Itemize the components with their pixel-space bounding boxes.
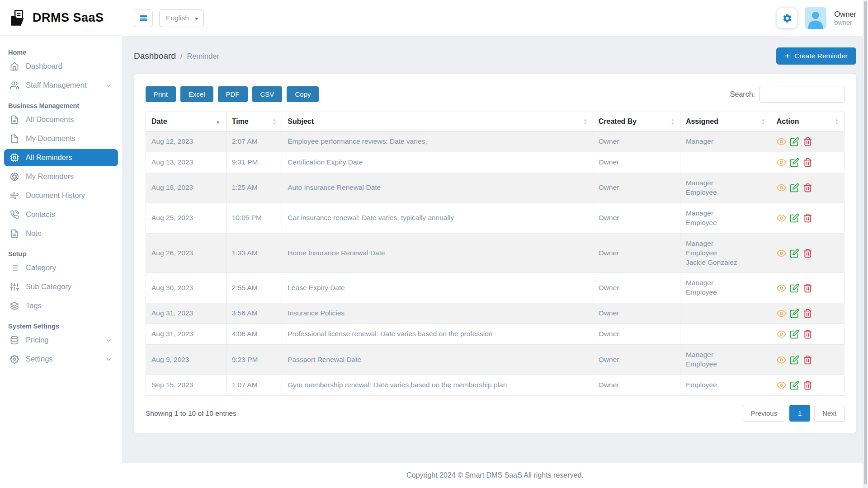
column-header-assigned[interactable]: Assigned▲▼ [680, 112, 771, 131]
sidebar-item-staff-management[interactable]: Staff Management [4, 77, 118, 94]
cell-date: Aug 30, 2023 [146, 273, 226, 303]
sidebar-item-dashboard[interactable]: Dashboard [4, 58, 118, 75]
column-label: Assigned [686, 117, 718, 126]
edit-button[interactable] [790, 355, 799, 365]
table-row: Aug 12, 20232:07 AMEmployee performance … [146, 131, 844, 152]
delete-button[interactable] [803, 309, 812, 318]
aperture-icon [10, 172, 19, 181]
list-icon [10, 263, 19, 272]
column-header-created-by[interactable]: Created By▲▼ [593, 112, 680, 131]
app-logo[interactable]: DRMS SaaS [0, 0, 122, 36]
view-button[interactable] [777, 355, 786, 365]
sidebar-item-tags[interactable]: Tags [4, 297, 118, 314]
export-pdf-button[interactable]: PDF [218, 86, 248, 102]
cell-action [771, 273, 844, 303]
chevron-down-icon [105, 82, 112, 89]
column-header-action[interactable]: Action▲▼ [771, 112, 844, 131]
view-button[interactable] [777, 329, 786, 339]
nav-section-system-settings: System Settings [8, 323, 114, 330]
sidebar-item-my-documents[interactable]: My Documents [4, 130, 118, 147]
previous-page-button[interactable]: Previous [743, 405, 785, 422]
create-reminder-button[interactable]: + Create Reminder [776, 47, 856, 65]
delete-button[interactable] [803, 355, 812, 365]
next-page-button[interactable]: Next [814, 405, 844, 422]
reminders-card: PrintExcelPDFCSVCopy Search: Date▲Time▲▼… [134, 74, 856, 433]
hamburger-menu-icon [140, 14, 147, 22]
delete-button[interactable] [803, 329, 812, 339]
cell-date: Aug 31, 2023 [146, 324, 226, 345]
eye-icon [777, 183, 786, 192]
trash-icon [803, 329, 812, 339]
scrollbar-thumb[interactable] [864, 1, 867, 484]
trash-icon [803, 213, 812, 223]
page-1-button[interactable]: 1 [789, 405, 810, 422]
delete-button[interactable] [803, 283, 812, 293]
edit-button[interactable] [790, 283, 799, 293]
sidebar-item-my-reminders[interactable]: My Reminders [4, 168, 118, 185]
sidebar-item-category[interactable]: Category [4, 259, 118, 277]
column-label: Action [777, 117, 799, 126]
language-selector-value: English [166, 14, 189, 22]
chevron-down-icon [195, 18, 198, 20]
export-excel-button[interactable]: Excel [180, 86, 213, 102]
sort-asc-icon: ▲ [216, 119, 221, 124]
edit-button[interactable] [790, 137, 799, 146]
sidebar-item-label: Dashboard [26, 62, 62, 71]
edit-button[interactable] [790, 249, 799, 258]
edit-button[interactable] [790, 329, 799, 339]
delete-button[interactable] [803, 380, 812, 390]
sidebar-toggle-button[interactable] [134, 9, 153, 27]
column-header-date[interactable]: Date▲ [146, 112, 226, 131]
breadcrumb-root[interactable]: Dashboard [134, 51, 176, 61]
search-box: Search: [730, 86, 844, 103]
settings-quick-button[interactable] [777, 8, 797, 28]
sidebar-item-sub-category[interactable]: Sub Category [4, 278, 118, 296]
gear-icon [782, 13, 793, 23]
gear-icon [10, 355, 19, 364]
column-label: Subject [288, 117, 314, 126]
column-header-time[interactable]: Time▲▼ [226, 112, 282, 131]
delete-button[interactable] [803, 183, 812, 192]
view-button[interactable] [777, 137, 786, 146]
edit-button[interactable] [790, 380, 799, 390]
sidebar: DRMS SaaS HomeDashboardStaff ManagementB… [0, 0, 122, 488]
nav-section-setup: Setup [8, 250, 114, 258]
cell-date: Aug 26, 2023 [146, 233, 226, 273]
edit-button[interactable] [790, 183, 799, 192]
sidebar-item-note[interactable]: Note [4, 225, 118, 242]
column-header-subject[interactable]: Subject▲▼ [282, 112, 593, 131]
delete-button[interactable] [803, 213, 812, 223]
export-print-button[interactable]: Print [146, 86, 176, 102]
edit-button[interactable] [790, 309, 799, 318]
edit-button[interactable] [790, 158, 799, 167]
edit-button[interactable] [790, 213, 799, 223]
export-copy-button[interactable]: Copy [287, 86, 319, 102]
user-avatar[interactable] [805, 7, 826, 29]
view-button[interactable] [777, 249, 786, 258]
view-button[interactable] [777, 158, 786, 167]
sidebar-item-all-reminders[interactable]: All Reminders [4, 149, 118, 166]
sidebar-item-contacts[interactable]: Contacts [4, 206, 118, 223]
language-selector[interactable]: English [159, 9, 204, 27]
sidebar-item-pricing[interactable]: Pricing [4, 332, 118, 349]
view-button[interactable] [777, 213, 786, 223]
search-input[interactable] [760, 86, 844, 103]
export-csv-button[interactable]: CSV [252, 86, 283, 102]
sliders-icon [10, 282, 19, 291]
sidebar-item-all-documents[interactable]: All Documents [4, 111, 118, 128]
view-button[interactable] [777, 283, 786, 293]
delete-button[interactable] [803, 137, 812, 146]
page-scrollbar[interactable] [863, 0, 868, 488]
cell-date: Sep 15, 2023 [146, 375, 226, 396]
cell-action [771, 345, 844, 375]
delete-button[interactable] [803, 249, 812, 258]
view-button[interactable] [777, 380, 786, 390]
view-button[interactable] [777, 183, 786, 192]
sidebar-item-settings[interactable]: Settings [4, 351, 118, 368]
copyright-text: Copyright 2024 © Smart DMS SaaS All righ… [406, 471, 584, 479]
delete-button[interactable] [803, 158, 812, 167]
app-title: DRMS SaaS [33, 11, 104, 25]
sidebar-item-document-history[interactable]: Document History [4, 187, 118, 204]
view-button[interactable] [777, 309, 786, 318]
table-row: Aug 25, 202310:05 PMCar insurance renewa… [146, 203, 844, 233]
